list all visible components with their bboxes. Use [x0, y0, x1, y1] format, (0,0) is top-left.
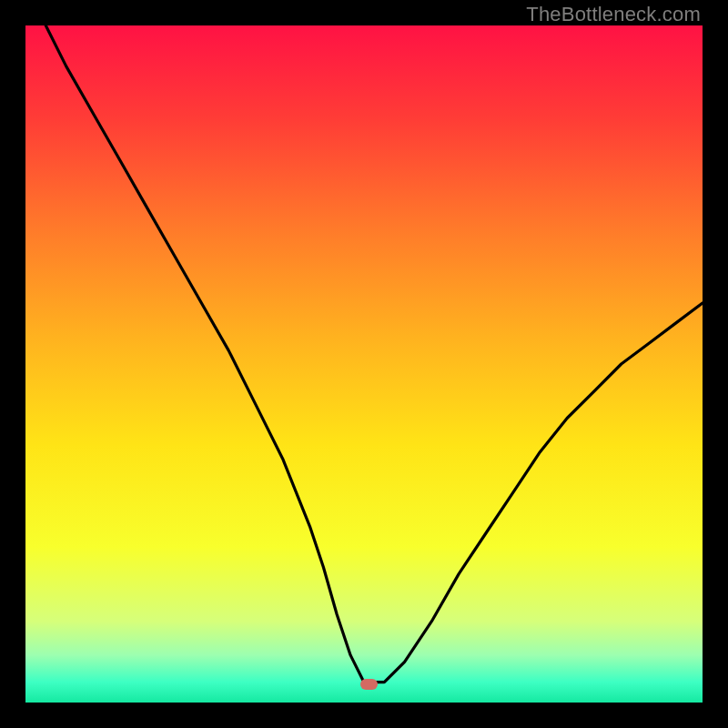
bottleneck-curve: [25, 25, 703, 703]
chart-frame: TheBottleneck.com: [0, 0, 728, 728]
plot-area: [25, 25, 703, 703]
optimal-point-marker: [360, 679, 378, 690]
watermark-text: TheBottleneck.com: [526, 3, 701, 26]
